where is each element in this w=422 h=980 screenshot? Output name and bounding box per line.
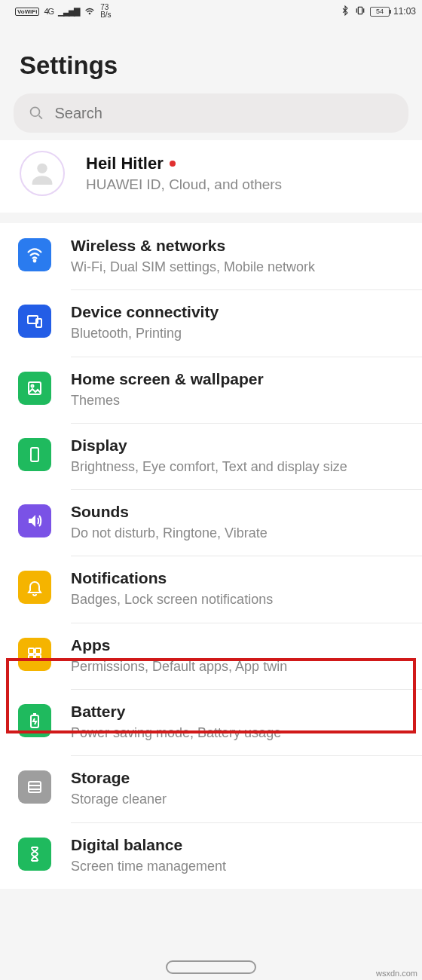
avatar	[20, 151, 65, 196]
account-name: Heil Hitler	[86, 154, 282, 173]
signal-bars-icon: ▁▃▅▇	[58, 7, 79, 17]
search-icon	[29, 105, 44, 121]
account-row[interactable]: Heil Hitler HUAWEI ID, Cloud, and others	[0, 140, 422, 213]
watermark: wsxdn.com	[376, 969, 417, 978]
apps-icon	[18, 638, 51, 671]
item-title: Home screen & wallpaper	[71, 370, 413, 388]
item-sounds[interactable]: Sounds Do not disturb, Ringtone, Vibrate	[0, 489, 422, 556]
wifi-status-icon	[84, 5, 96, 19]
balance-icon	[18, 838, 51, 871]
page-title: Settings	[20, 51, 402, 80]
signal-4g: 4G	[44, 7, 54, 16]
vowifi-badge: VoWiFi	[15, 8, 39, 16]
item-title: Battery	[71, 703, 413, 721]
status-left: VoWiFi 4G ▁▃▅▇ 73B/s	[15, 4, 112, 19]
account-subtitle: HUAWEI ID, Cloud, and others	[86, 176, 282, 193]
svg-rect-11	[35, 648, 41, 654]
svg-rect-10	[29, 648, 34, 654]
item-apps[interactable]: Apps Permissions, Default apps, App twin	[0, 623, 422, 689]
svg-point-2	[31, 107, 40, 116]
svg-rect-15	[29, 782, 41, 792]
item-title: Display	[71, 436, 413, 455]
item-subtitle: Permissions, Default apps, App twin	[71, 657, 413, 675]
account-text: Heil Hitler HUAWEI ID, Cloud, and others	[86, 154, 282, 193]
status-bar: VoWiFi 4G ▁▃▅▇ 73B/s 54 11:03	[0, 0, 422, 23]
bluetooth-icon	[340, 5, 350, 18]
status-right: 54 11:03	[340, 5, 416, 19]
item-subtitle: Storage cleaner	[71, 790, 413, 808]
display-icon	[18, 438, 51, 471]
item-digital-balance[interactable]: Digital balance Screen time management	[0, 822, 422, 889]
svg-rect-1	[358, 7, 362, 14]
item-battery[interactable]: Battery Power saving mode, Battery usage	[0, 689, 422, 755]
svg-point-4	[34, 260, 36, 262]
item-subtitle: Badges, Lock screen notifications	[71, 590, 413, 608]
battery-indicator: 54	[370, 7, 390, 17]
item-subtitle: Wi-Fi, Dual SIM settings, Mobile network	[71, 258, 413, 276]
item-title: Apps	[71, 636, 413, 654]
item-title: Digital balance	[71, 836, 413, 854]
item-subtitle: Bluetooth, Printing	[71, 324, 413, 342]
bell-icon	[18, 571, 51, 604]
wifi-icon	[18, 238, 51, 271]
item-wireless-networks[interactable]: Wireless & networks Wi-Fi, Dual SIM sett…	[0, 223, 422, 289]
svg-point-8	[32, 384, 34, 387]
item-title: Notifications	[71, 569, 413, 587]
svg-rect-9	[31, 448, 38, 461]
user-icon	[27, 158, 57, 188]
svg-rect-13	[35, 655, 41, 660]
item-title: Wireless & networks	[71, 237, 413, 255]
nav-pill[interactable]	[166, 960, 256, 974]
item-title: Storage	[71, 769, 413, 787]
storage-icon	[18, 770, 51, 804]
vibrate-icon	[354, 5, 366, 19]
clock: 11:03	[393, 6, 416, 17]
wallpaper-icon	[18, 372, 51, 405]
sound-icon	[18, 504, 51, 537]
battery-icon	[18, 704, 51, 737]
item-subtitle: Themes	[71, 391, 413, 409]
item-title: Sounds	[71, 503, 413, 521]
item-subtitle: Screen time management	[71, 857, 413, 875]
item-display[interactable]: Display Brightness, Eye comfort, Text an…	[0, 423, 422, 489]
item-device-connectivity[interactable]: Device connectivity Bluetooth, Printing	[0, 289, 422, 356]
item-title: Device connectivity	[71, 303, 413, 321]
settings-list: Wireless & networks Wi-Fi, Dual SIM sett…	[0, 223, 422, 889]
devices-icon	[18, 305, 51, 338]
svg-rect-12	[29, 655, 34, 660]
network-speed: 73B/s	[100, 4, 111, 19]
svg-point-0	[89, 13, 90, 14]
notification-dot-icon	[170, 161, 176, 167]
item-subtitle: Brightness, Eye comfort, Text and displa…	[71, 458, 413, 476]
search-input[interactable]	[54, 105, 393, 122]
item-subtitle: Do not disturb, Ringtone, Vibrate	[71, 524, 413, 542]
item-storage[interactable]: Storage Storage cleaner	[0, 755, 422, 822]
svg-point-3	[37, 164, 47, 173]
search-row[interactable]	[14, 93, 408, 133]
item-home-screen-wallpaper[interactable]: Home screen & wallpaper Themes	[0, 357, 422, 423]
svg-rect-7	[29, 382, 41, 394]
item-subtitle: Power saving mode, Battery usage	[71, 724, 413, 742]
item-notifications[interactable]: Notifications Badges, Lock screen notifi…	[0, 556, 422, 622]
header: Settings	[0, 23, 422, 93]
